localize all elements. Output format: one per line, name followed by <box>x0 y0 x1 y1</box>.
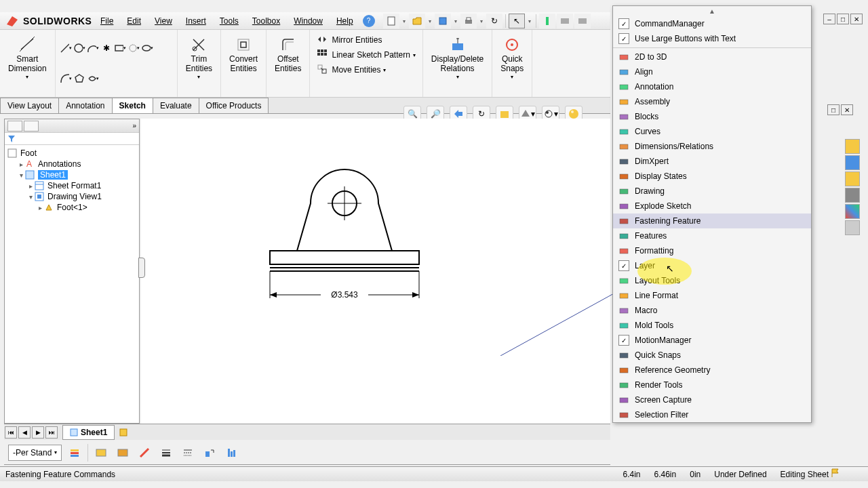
cm-item-line-format[interactable]: Line Format <box>613 288 811 303</box>
cm-item-assembly[interactable]: Assembly <box>613 94 811 109</box>
menu-window[interactable]: Window <box>287 13 330 29</box>
options2-button[interactable] <box>557 14 573 28</box>
cm-item-layout-tools[interactable]: Layout Tools <box>613 273 811 288</box>
taskpane-appearances-icon[interactable] <box>845 220 860 235</box>
move-entities-button[interactable]: Move Entities ▾ <box>315 62 387 77</box>
taskpane-resources-icon[interactable] <box>845 155 860 170</box>
cm-item-2d-to-3d[interactable]: 2D to 3D <box>613 49 811 64</box>
menu-help[interactable]: Help <box>330 13 360 29</box>
hide-button[interactable] <box>201 444 218 462</box>
panel-collapse-handle[interactable] <box>138 258 145 278</box>
panel-expand-icon[interactable]: » <box>132 122 136 129</box>
tree-drawing-view[interactable]: ▾ Drawing View1 <box>7 191 136 202</box>
cm-item-screen-capture[interactable]: Screen Capture <box>613 392 811 407</box>
expand-icon[interactable]: ▸ <box>26 182 35 190</box>
cm-item-quick-snaps[interactable]: Quick Snaps <box>613 348 811 363</box>
linear-pattern-button[interactable]: Linear Sketch Pattern ▾ <box>315 47 416 62</box>
taskpane-library-icon[interactable] <box>845 171 860 186</box>
cm-item-features[interactable]: Features <box>613 228 811 243</box>
options3-button[interactable] <box>574 14 591 28</box>
minimize-button[interactable]: – <box>823 14 835 24</box>
collapse-icon[interactable]: ▾ <box>17 171 25 179</box>
tab-office-products[interactable]: Office Products <box>199 98 269 113</box>
arc-tool[interactable]: ▾ <box>87 42 99 54</box>
open-button[interactable] <box>409 14 425 28</box>
cm-item-motionmanager[interactable]: ✓MotionManager <box>613 333 811 348</box>
offset-entities-button[interactable]: Offset Entities <box>272 33 304 77</box>
cm-item-layer[interactable]: ✓Layer <box>613 258 811 273</box>
tree-sheet1[interactable]: ▾ Sheet1 <box>7 169 136 180</box>
cm-item-display-states[interactable]: Display States <box>613 169 811 184</box>
mirror-entities-button[interactable]: Mirror Entities <box>315 33 383 47</box>
smart-dimension-button[interactable]: Smart Dimension ▾ <box>5 33 50 83</box>
convert-entities-button[interactable]: Convert Entities <box>226 33 260 77</box>
line-color-button[interactable] <box>92 444 110 462</box>
line-thickness-button[interactable] <box>114 444 132 462</box>
taskpane-explorer-icon[interactable] <box>845 188 860 203</box>
tree-sheet-format[interactable]: ▸ Sheet Format1 <box>7 180 136 191</box>
line-tool[interactable]: ▾ <box>60 42 72 54</box>
tab-annotation[interactable]: Annotation <box>58 98 112 113</box>
layer-dropdown[interactable]: -Per Stand ▾ <box>8 445 62 461</box>
sheet-last-icon[interactable]: ⏭ <box>45 426 58 439</box>
taskpane-palette-icon[interactable] <box>845 204 860 219</box>
sheet-first-icon[interactable]: ⏮ <box>5 426 17 439</box>
cm-item-dimensions-relations[interactable]: Dimensions/Relations <box>613 139 811 154</box>
tree-root[interactable]: Foot <box>7 148 136 159</box>
rebuild-button[interactable]: ↻ <box>486 14 502 28</box>
save-button[interactable] <box>435 14 451 28</box>
cm-command-manager[interactable]: ✓ CommandManager <box>613 16 811 31</box>
close-button[interactable]: ✕ <box>850 14 863 24</box>
select-dropdown[interactable]: ▾ <box>526 18 533 24</box>
tree-foot-ref[interactable]: ▸ Foot<1> <box>7 202 136 213</box>
cm-item-drawing[interactable]: Drawing <box>613 184 811 199</box>
cm-item-mold-tools[interactable]: Mold Tools <box>613 318 811 333</box>
cm-item-blocks[interactable]: Blocks <box>613 109 811 124</box>
cm-large-buttons[interactable]: ✓ Use Large Buttons with Text <box>613 31 811 46</box>
collapse-icon[interactable]: ▾ <box>26 193 35 201</box>
menu-edit[interactable]: Edit <box>120 13 148 29</box>
cm-item-macro[interactable]: Macro <box>613 303 811 318</box>
maximize-button[interactable]: □ <box>837 14 849 24</box>
cm-item-annotation[interactable]: Annotation <box>613 79 811 94</box>
cm-item-fastening-feature[interactable]: Fastening Feature <box>613 214 811 228</box>
fillet-tool[interactable]: ▾ <box>60 73 72 85</box>
filter-bar[interactable] <box>5 133 139 145</box>
tab-view-layout[interactable]: View Layout <box>0 98 59 113</box>
menu-toolbox[interactable]: Toolbox <box>245 13 287 29</box>
cm-item-reference-geometry[interactable]: Reference Geometry <box>613 363 811 378</box>
expand-icon[interactable]: ▸ <box>36 204 44 211</box>
point-tool[interactable]: ✱ <box>100 42 113 54</box>
help-icon[interactable]: ? <box>363 15 375 27</box>
tab-sketch[interactable]: Sketch <box>112 98 153 113</box>
doc-close-button[interactable]: ✕ <box>841 104 853 115</box>
tab-evaluate[interactable]: Evaluate <box>153 98 199 113</box>
cm-item-explode-sketch[interactable]: Explode Sketch <box>613 199 811 214</box>
options-button[interactable] <box>539 14 555 28</box>
panel-tab-2[interactable] <box>24 121 39 131</box>
menu-view[interactable]: View <box>148 13 179 29</box>
save-dropdown[interactable]: ▾ <box>452 18 459 24</box>
cm-item-dimxpert[interactable]: DimXpert <box>613 154 811 169</box>
new-button[interactable] <box>383 14 399 28</box>
circle-tool[interactable]: ▾ <box>73 42 85 54</box>
slot-tool[interactable]: ▾ <box>127 42 140 54</box>
cm-item-render-tools[interactable]: Render Tools <box>613 378 811 392</box>
cm-item-formatting[interactable]: Formatting <box>613 243 811 258</box>
select-button[interactable]: ↖ <box>509 14 525 28</box>
trim-entities-button[interactable]: Trim Entities ▾ <box>183 33 215 83</box>
cm-item-align[interactable]: Align <box>613 64 811 79</box>
taskpane-home-icon[interactable] <box>845 139 860 154</box>
tree-annotations[interactable]: ▸ A Annotations <box>7 159 136 169</box>
polygon-tool[interactable] <box>73 73 85 85</box>
menu-tools[interactable]: Tools <box>213 13 245 29</box>
add-sheet-button[interactable] <box>117 426 131 439</box>
cm-item-curves[interactable]: Curves <box>613 124 811 139</box>
menu-file[interactable]: File <box>94 13 120 29</box>
line-style2-button[interactable] <box>179 444 197 462</box>
sheet-next-icon[interactable]: ▶ <box>32 426 44 439</box>
line-weight-button[interactable] <box>157 444 175 462</box>
line-style-button[interactable] <box>136 444 153 462</box>
drawing-canvas[interactable]: Ø3.543 <box>141 119 610 424</box>
print-button[interactable] <box>460 14 477 28</box>
